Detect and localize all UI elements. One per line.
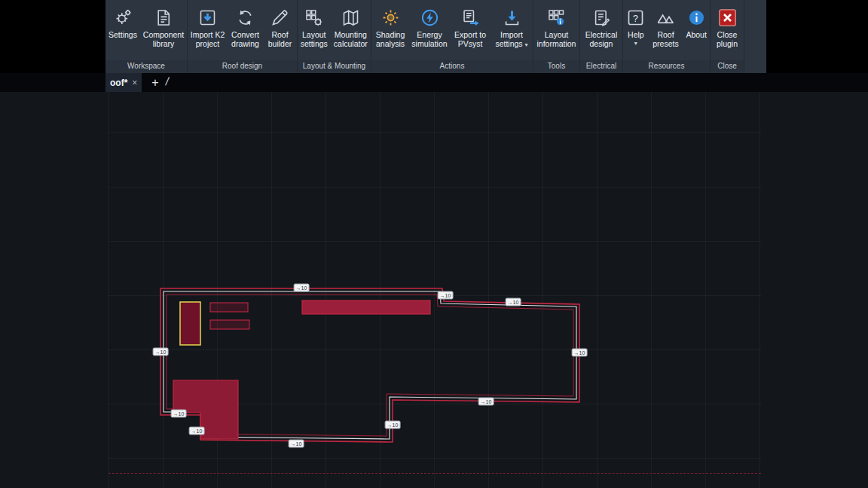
- button-label: Export to PVsyst: [450, 29, 491, 48]
- button-label: Layout information: [533, 29, 579, 48]
- tab-roof[interactable]: oof* ×: [105, 73, 142, 92]
- ribbon: Settings Component library Workspace Imp…: [105, 0, 766, 73]
- import-box-icon: [197, 5, 218, 29]
- button-label: Help: [627, 29, 645, 39]
- button-label: Close plugin: [711, 29, 744, 48]
- export-doc-icon: [460, 5, 481, 29]
- shading-analysis-button[interactable]: Shading analysis: [371, 4, 409, 48]
- roof-objects[interactable]: [173, 300, 430, 439]
- ribbon-group-actions: Shading analysis Energy simulation Expor…: [371, 0, 533, 73]
- roofs-icon: [656, 5, 676, 29]
- help-button[interactable]: ? Help ▾: [623, 4, 649, 48]
- outline-obstacle-2: [210, 320, 249, 329]
- ribbon-group-tools: Layout information Tools: [533, 0, 580, 73]
- ribbon-group-electrical: Electrical design Electrical: [580, 0, 623, 73]
- close-icon[interactable]: ×: [132, 78, 137, 88]
- button-label: Electrical design: [580, 29, 622, 48]
- button-label: About: [685, 29, 707, 39]
- electrical-design-button[interactable]: Electrical design: [580, 4, 622, 48]
- gear-icon: [113, 5, 133, 29]
- button-label: Import settings ▾: [491, 29, 533, 50]
- grid-info-icon: [546, 5, 567, 29]
- group-label: Resources: [623, 60, 710, 73]
- group-label: Tools: [533, 60, 579, 73]
- plus-icon: +: [151, 76, 158, 90]
- outline-obstacle-1: [210, 303, 248, 312]
- import-k2-project-button[interactable]: Import K2 project: [188, 4, 228, 48]
- group-label: Actions: [371, 60, 533, 73]
- dimension-label: →10: [189, 427, 205, 435]
- filled-obstacle-bar: [302, 300, 430, 314]
- clipboard-icon: [591, 5, 612, 29]
- question-box-icon: ?: [625, 5, 646, 29]
- dimension-label: →10: [294, 284, 310, 292]
- convert-drawing-button[interactable]: Convert drawing: [228, 4, 264, 48]
- import-arrow-icon: [502, 5, 522, 29]
- group-label: Layout & Mounting: [298, 60, 371, 73]
- chevron-down-icon[interactable]: ▾: [634, 39, 637, 48]
- close-x-icon: [717, 5, 738, 29]
- export-to-pvsyst-button[interactable]: Export to PVsyst: [450, 4, 491, 48]
- grid-gear-icon: [304, 5, 324, 29]
- group-label: Electrical: [580, 60, 622, 73]
- button-label: Component library: [140, 29, 187, 48]
- button-label: Settings: [108, 29, 138, 39]
- convert-arrows-icon: [235, 5, 255, 29]
- drawing-canvas[interactable]: →10 →10 →10 →10 →10 →10 →10 →10 →10 →10: [0, 92, 868, 488]
- mounting-calculator-button[interactable]: Mounting calculator: [331, 4, 371, 48]
- panels-icon: [341, 5, 361, 29]
- ribbon-group-workspace: Settings Component library Workspace: [105, 0, 188, 73]
- ribbon-group-resources: ? Help ▾ Roof presets About Resources: [623, 0, 711, 73]
- document-icon: [154, 5, 174, 29]
- component-library-button[interactable]: Component library: [140, 4, 187, 48]
- about-button[interactable]: About: [683, 4, 710, 39]
- dimension-label: →10: [171, 410, 187, 418]
- selected-obstacle-yellow: [180, 302, 200, 345]
- layout-settings-button[interactable]: Layout settings: [298, 4, 331, 48]
- button-label: Shading analysis: [371, 29, 409, 48]
- dimension-label: →10: [478, 398, 494, 406]
- drawing-tab-bar: oof* × + /: [0, 73, 868, 92]
- button-label: Roof builder: [264, 29, 297, 48]
- close-plugin-button[interactable]: Close plugin: [711, 4, 744, 48]
- button-label: Mounting calculator: [331, 29, 371, 48]
- button-label: Layout settings: [298, 29, 331, 48]
- app-window: { "ribbon": { "groups": [ {"label": "Wor…: [0, 0, 868, 488]
- new-tab-button[interactable]: +: [148, 73, 163, 92]
- energy-simulation-button[interactable]: Energy simulation: [409, 4, 450, 48]
- dimension-label: →10: [385, 421, 401, 429]
- roof-presets-button[interactable]: Roof presets: [649, 4, 683, 48]
- svg-text:?: ?: [633, 13, 638, 23]
- group-label: Workspace: [105, 60, 187, 73]
- button-label: Energy simulation: [409, 29, 450, 48]
- dimension-label: →10: [506, 298, 521, 307]
- button-label: Roof presets: [649, 29, 683, 48]
- info-circle-icon: [686, 5, 707, 29]
- sun-icon: [381, 5, 401, 29]
- ribbon-group-roof-design: Import K2 project Convert drawing Roof b…: [188, 0, 298, 73]
- pencil-icon: [270, 5, 290, 29]
- dimension-label: →10: [153, 348, 169, 356]
- dimension-label: →10: [438, 291, 454, 300]
- roof-builder-button[interactable]: Roof builder: [264, 4, 297, 48]
- group-label: Roof design: [188, 60, 297, 73]
- lightning-circle-icon: [420, 5, 440, 29]
- ribbon-spacer: [744, 0, 766, 73]
- button-label: Import K2 project: [188, 29, 228, 48]
- settings-button[interactable]: Settings: [105, 4, 140, 39]
- group-label: Close: [711, 60, 744, 73]
- roof-drawing[interactable]: [0, 92, 868, 488]
- layout-information-button[interactable]: Layout information: [533, 4, 579, 48]
- button-label: Convert drawing: [228, 29, 264, 48]
- tab-slash-decoration: /: [165, 75, 170, 87]
- dimension-label: →10: [289, 440, 304, 448]
- dimension-label: →10: [572, 349, 588, 357]
- ribbon-group-layout-mounting: Layout settings Mounting calculator Layo…: [298, 0, 371, 73]
- ribbon-group-close: Close plugin Close: [711, 0, 744, 73]
- chevron-down-icon[interactable]: ▾: [525, 41, 528, 48]
- tab-title: oof*: [110, 78, 127, 88]
- import-settings-button[interactable]: Import settings ▾: [491, 4, 533, 50]
